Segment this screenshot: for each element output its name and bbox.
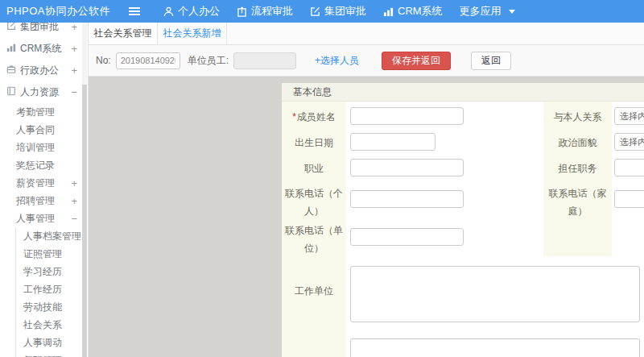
phone-home-input[interactable] — [614, 190, 644, 208]
sidebar-item-personnel-files[interactable]: 人事档案管理 — [16, 227, 88, 245]
nav-item-crm[interactable]: CRM系统 — [383, 4, 443, 19]
sidebar-item-education[interactable]: 学习经历 — [16, 263, 88, 280]
expand-toggle[interactable]: + — [71, 43, 77, 55]
nav-item-label: 更多应用 — [460, 4, 502, 19]
briefcase-icon — [6, 64, 16, 77]
employee-label: 单位员工: — [188, 54, 229, 68]
sidebar-item-recruit[interactable]: 招聘管理+ — [0, 192, 88, 210]
birth-date-label: 出生日期 — [282, 137, 346, 148]
birth-date-input[interactable] — [350, 133, 436, 151]
app-window: PHPOA协同办公软件 个人办公 流程审批 集团审批 — [0, 0, 644, 357]
sidebar-toggle-button[interactable] — [122, 6, 147, 16]
sidebar-item-personnel[interactable]: 人事管理− — [0, 210, 88, 227]
tab-social-relations-manage[interactable]: 社会关系管理 — [89, 23, 158, 44]
sidebar-item-label: 证照管理 — [23, 247, 62, 261]
sidebar-item-certificates[interactable]: 证照管理 — [16, 245, 88, 263]
political-select[interactable]: 选择内容 — [614, 133, 644, 151]
sidebar-item-labor-skills[interactable]: 劳动技能 — [16, 298, 88, 316]
sidebar-item-label: CRM系统 — [20, 42, 61, 56]
position-label: 担任职务 — [543, 163, 612, 174]
member-name-label: *成员姓名 — [282, 111, 346, 122]
nav-item-process-approval[interactable]: 流程审批 — [237, 4, 293, 19]
occupation-label: 职业 — [282, 163, 346, 174]
political-label: 政治面貌 — [543, 137, 612, 148]
sidebar-item-social-relations[interactable]: 社会关系 — [16, 316, 88, 334]
nav-item-label: 集团审批 — [324, 4, 366, 19]
work-unit-textarea[interactable] — [350, 266, 640, 322]
sidebar-item-crm[interactable]: CRM系统 + — [0, 38, 88, 60]
phone-personal-input[interactable] — [350, 190, 464, 208]
sidebar-item-label: 薪资管理 — [16, 176, 55, 190]
sidebar-scrollbar-thumb[interactable] — [82, 85, 87, 357]
select-person-link[interactable]: +选择人员 — [315, 54, 359, 68]
collapse-toggle[interactable]: − — [71, 213, 77, 225]
tab-label: 社会关系管理 — [94, 27, 152, 40]
sidebar-item-admin-office[interactable]: 行政办公 + — [0, 60, 88, 81]
no-label: No: — [96, 55, 111, 66]
position-input[interactable] — [614, 159, 644, 176]
tab-label: 社会关系新增 — [163, 27, 221, 40]
sidebar-item-label: 社会关系 — [23, 318, 62, 332]
employee-input[interactable] — [233, 52, 296, 69]
nav-item-group-approval[interactable]: 集团审批 — [310, 4, 366, 19]
nav-item-personal-office[interactable]: 个人办公 — [163, 4, 220, 19]
sidebar-item-label: 人事档案管理 — [23, 230, 81, 243]
occupation-input[interactable] — [350, 159, 464, 176]
sidebar-item-label: 考勤管理 — [16, 106, 55, 119]
section-title: 基本信息 — [282, 83, 644, 102]
sidebar-item-work-experience[interactable]: 工作经历 — [16, 280, 88, 298]
sidebar-item-hr[interactable]: 人力资源 − — [0, 81, 88, 103]
expand-toggle[interactable]: + — [71, 23, 77, 33]
required-asterisk: * — [292, 111, 296, 122]
sidebar-scrollbar-track[interactable] — [82, 23, 87, 357]
next-field-textarea[interactable] — [350, 338, 640, 357]
edit-icon — [310, 6, 320, 17]
top-navbar: PHPOA协同办公软件 个人办公 流程审批 集团审批 — [0, 0, 644, 23]
form-toolbar: No: 单位员工: +选择人员 保存并返回 返回 — [89, 45, 644, 77]
nav-item-label: 个人办公 — [178, 4, 220, 19]
no-input[interactable] — [116, 52, 180, 69]
phone-work-input[interactable] — [350, 228, 464, 246]
sidebar-item-label: 人力资源 — [20, 85, 59, 99]
sidebar-item-personnel-transfer[interactable]: 人事调动 — [16, 334, 88, 351]
relation-label: 与本人关系 — [543, 111, 612, 122]
expand-toggle[interactable]: + — [71, 177, 77, 189]
nav-item-more-apps[interactable]: 更多应用 — [460, 4, 515, 19]
sidebar-item-salary[interactable]: 薪资管理+ — [0, 174, 88, 192]
sidebar-item-label: 人事调动 — [23, 336, 62, 350]
right-label-column — [543, 102, 612, 256]
flow-icon — [237, 6, 247, 17]
sidebar-item-group-approval[interactable]: 集团审批 + — [0, 23, 88, 38]
sidebar-item-label: 人事合同 — [16, 123, 55, 137]
tab-social-relations-new[interactable]: 社会关系新增 — [158, 23, 227, 44]
sidebar-item-hr-contract[interactable]: 人事合同 — [0, 121, 88, 139]
sidebar-item-training[interactable]: 培训管理 — [0, 139, 88, 156]
book-icon — [6, 86, 16, 98]
sidebar-item-reinstatement[interactable]: 复职管理 — [16, 351, 88, 357]
nav-item-label: CRM系统 — [398, 4, 443, 19]
sidebar-item-rewards[interactable]: 奖惩记录 — [0, 156, 88, 174]
nav-item-label: 流程审批 — [251, 4, 293, 19]
chart-icon — [383, 6, 394, 17]
collapse-toggle[interactable]: − — [71, 86, 77, 98]
expand-toggle[interactable]: + — [71, 195, 77, 207]
member-name-input[interactable] — [350, 107, 464, 125]
basic-info-panel: 基本信息 *成员姓名 出生日期 职业 联系电话（个 人） 联系电话（单 位） 工… — [282, 83, 644, 357]
sidebar-item-label: 奖惩记录 — [16, 159, 55, 172]
edit-icon — [6, 23, 16, 33]
sidebar-item-label: 行政办公 — [20, 64, 59, 77]
sidebar-item-label: 劳动技能 — [23, 301, 62, 314]
save-and-return-button[interactable]: 保存并返回 — [382, 52, 451, 70]
sidebar-item-attendance[interactable]: 考勤管理 — [0, 103, 88, 121]
chart-icon — [6, 43, 16, 55]
relation-select[interactable]: 选择内容 — [614, 107, 644, 125]
back-button[interactable]: 返回 — [471, 52, 511, 70]
sidebar-item-label: 复职管理 — [23, 354, 62, 357]
sidebar-submenu-personnel: 人事档案管理 证照管理 学习经历 工作经历 劳动技能 社会关系 人事调动 复职管… — [15, 227, 88, 357]
user-icon — [163, 6, 174, 17]
app-logo: PHPOA协同办公软件 — [0, 4, 122, 19]
tab-bar: 社会关系管理 社会关系新增 — [89, 23, 644, 45]
sidebar-item-label: 培训管理 — [16, 141, 55, 155]
expand-toggle[interactable]: + — [71, 64, 77, 77]
phone-work-label: 联系电话（单 位） — [282, 225, 346, 254]
